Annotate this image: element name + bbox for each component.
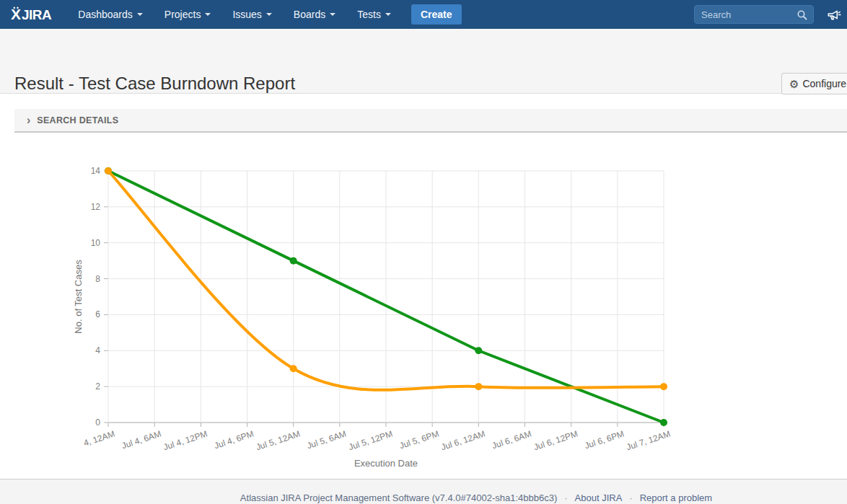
configure-button-label: Configure bbox=[802, 78, 846, 89]
y-axis-title: No. of Test Cases bbox=[73, 260, 84, 334]
about-jira-link[interactable]: About JIRA bbox=[575, 492, 623, 503]
footer-version-text: Atlassian JIRA Project Management Softwa… bbox=[240, 492, 557, 503]
y-tick-label: 0 bbox=[95, 417, 100, 428]
y-tick-label: 4 bbox=[95, 345, 100, 355]
page-footer: Atlassian JIRA Project Management Softwa… bbox=[0, 479, 847, 504]
page-header: Result - Test Case Burndown Report ⚙ Con… bbox=[0, 29, 847, 94]
y-tick-label: 6 bbox=[95, 309, 100, 319]
burndown-chart: 024681012144, 12AMJul 4, 6AMJul 4, 12PMJ… bbox=[0, 133, 721, 479]
jira-logo-icon: Ẍ bbox=[11, 6, 21, 22]
x-tick-label: Jul 6, 6AM bbox=[491, 429, 532, 451]
x-tick-label: 4, 12AM bbox=[82, 429, 116, 448]
jira-logo[interactable]: Ẍ JIRA bbox=[11, 6, 51, 23]
gear-icon: ⚙ bbox=[789, 79, 799, 89]
data-point-green bbox=[290, 257, 297, 265]
x-tick-label: Jul 5, 6PM bbox=[398, 429, 440, 451]
y-tick-label: 14 bbox=[91, 166, 101, 176]
x-tick-label: Jul 6, 6PM bbox=[584, 429, 626, 451]
footer-separator: · bbox=[564, 492, 567, 503]
x-tick-label: Jul 6, 12AM bbox=[440, 429, 487, 453]
x-tick-label: Jul 5, 6AM bbox=[306, 429, 348, 451]
search-details-toggle[interactable]: › SEARCH DETAILS bbox=[14, 109, 847, 133]
y-tick-label: 12 bbox=[91, 202, 101, 212]
nav-item-boards[interactable]: Boards bbox=[294, 0, 335, 29]
nav-item-tests[interactable]: Tests bbox=[357, 0, 391, 29]
nav-item-label: Tests bbox=[357, 9, 381, 20]
nav-item-dashboards[interactable]: Dashboards bbox=[78, 0, 143, 29]
footer-separator: · bbox=[629, 492, 632, 503]
x-tick-label: Jul 5, 12AM bbox=[255, 429, 302, 453]
y-tick-label: 2 bbox=[95, 381, 100, 392]
nav-item-label: Issues bbox=[232, 9, 261, 20]
x-axis-title: Execution Date bbox=[354, 458, 418, 469]
x-tick-label: Jul 4, 12PM bbox=[162, 429, 209, 453]
search-details-label: SEARCH DETAILS bbox=[37, 115, 118, 125]
megaphone-icon[interactable] bbox=[825, 6, 842, 23]
page-title: Result - Test Case Burndown Report bbox=[14, 74, 295, 94]
x-tick-label: Jul 6, 12PM bbox=[532, 429, 579, 453]
search-input[interactable] bbox=[694, 5, 814, 24]
report-problem-link[interactable]: Report a problem bbox=[640, 492, 712, 503]
data-point-green bbox=[475, 347, 482, 354]
data-point-orange bbox=[290, 365, 297, 372]
burndown-chart-svg: 024681012144, 12AMJul 4, 6AMJul 4, 12PMJ… bbox=[0, 133, 721, 479]
nav-item-projects[interactable]: Projects bbox=[164, 0, 211, 29]
chevron-down-icon bbox=[266, 13, 272, 16]
data-point-orange bbox=[105, 167, 112, 174]
jira-logo-text: JIRA bbox=[22, 7, 51, 23]
chevron-down-icon bbox=[385, 13, 391, 16]
configure-button[interactable]: ⚙ Configure bbox=[781, 73, 847, 94]
data-point-green bbox=[660, 419, 667, 426]
x-tick-label: Jul 7, 12AM bbox=[625, 429, 672, 453]
chevron-down-icon bbox=[330, 13, 335, 16]
nav-item-issues[interactable]: Issues bbox=[232, 0, 271, 29]
create-button[interactable]: Create bbox=[411, 4, 462, 25]
data-point-orange bbox=[660, 383, 667, 390]
chevron-down-icon bbox=[205, 13, 211, 16]
x-tick-label: Jul 5, 12PM bbox=[347, 429, 394, 453]
y-tick-label: 10 bbox=[91, 238, 101, 248]
data-point-orange bbox=[475, 383, 482, 390]
chevron-right-icon: › bbox=[27, 115, 30, 126]
y-tick-label: 8 bbox=[95, 274, 100, 284]
top-navbar: Ẍ JIRA Dashboards Projects Issues Boards… bbox=[0, 0, 847, 29]
x-tick-label: Jul 4, 6AM bbox=[120, 429, 162, 451]
x-tick-label: Jul 4, 6PM bbox=[213, 429, 255, 451]
nav-item-label: Dashboards bbox=[78, 9, 133, 20]
chevron-down-icon bbox=[137, 13, 143, 16]
nav-item-label: Boards bbox=[294, 9, 325, 20]
nav-item-label: Projects bbox=[164, 9, 201, 20]
